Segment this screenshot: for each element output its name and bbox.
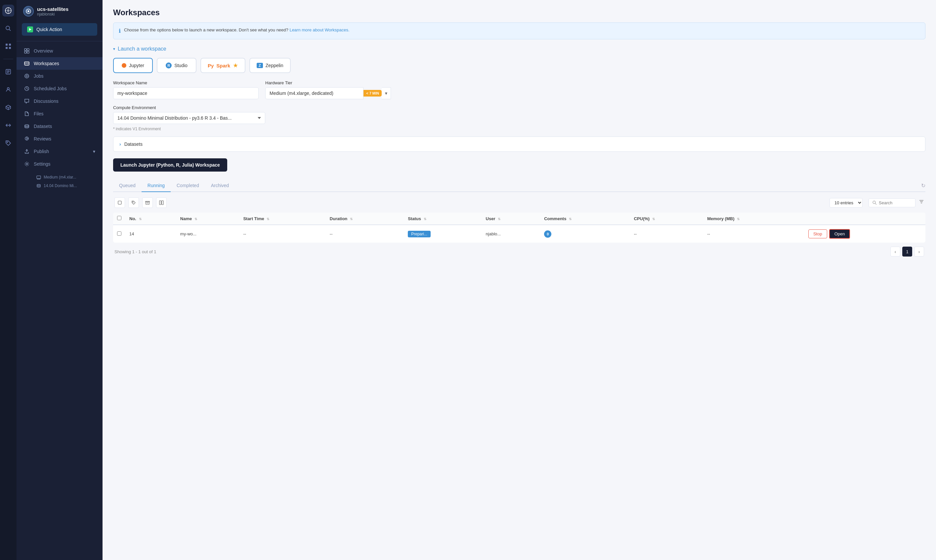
toolbar-tag-icon[interactable]	[128, 197, 139, 208]
icon-bar-divider	[3, 59, 13, 59]
refresh-icon[interactable]: ↻	[921, 183, 925, 189]
svg-rect-11	[9, 47, 11, 49]
tab-completed[interactable]: Completed	[171, 180, 205, 192]
icon-bar-home[interactable]	[2, 5, 14, 17]
table-col-cpu: CPU(%) ⇅	[630, 212, 703, 225]
icon-bar	[0, 0, 17, 560]
tab-archived[interactable]: Archived	[205, 180, 235, 192]
row-actions: Stop Open	[806, 225, 925, 243]
svg-point-43	[25, 125, 29, 126]
comments-badge: 0	[544, 231, 551, 238]
sidebar-item-publish[interactable]: Publish ▾	[17, 145, 103, 158]
sidebar-sub-compute-label: 14.04 Domino Mi...	[44, 183, 77, 188]
workspace-form-row: Workspace Name Hardware Tier Medium (m4.…	[113, 80, 925, 99]
project-name: ucs-satellites	[37, 6, 68, 12]
icon-bar-note[interactable]	[2, 66, 14, 78]
datasets-label: Datasets	[124, 142, 143, 147]
workspace-type-jupyter[interactable]: Jupyter	[113, 58, 153, 73]
sidebar-item-overview[interactable]: Overview	[17, 45, 103, 57]
sidebar-publish-label: Publish	[34, 149, 89, 154]
datasets-collapsible[interactable]: › Datasets	[113, 137, 925, 152]
status-badge: Prepari...	[408, 231, 431, 237]
sidebar-item-discussions[interactable]: Discussions	[17, 95, 103, 108]
select-all-checkbox[interactable]	[117, 216, 122, 220]
tab-queued[interactable]: Queued	[113, 180, 142, 192]
icon-bar-box[interactable]	[2, 102, 14, 113]
hardware-dropdown-arrow[interactable]: ▾	[382, 87, 391, 99]
row-checkbox-cell	[113, 225, 125, 243]
icon-bar-search[interactable]	[2, 23, 14, 34]
page-title: Workspaces	[113, 8, 925, 17]
tab-running[interactable]: Running	[142, 180, 171, 192]
next-page-btn[interactable]: ›	[914, 247, 924, 257]
launch-section-header[interactable]: ▾ Launch a workspace	[113, 46, 925, 52]
sidebar-reviews-label: Reviews	[34, 136, 95, 142]
icon-bar-arrows[interactable]	[2, 119, 14, 131]
pagination: ‹ 1 ›	[890, 247, 924, 257]
table-col-checkbox	[113, 212, 125, 225]
icon-bar-tag[interactable]	[2, 137, 14, 149]
sidebar-sub-compute[interactable]: 14.04 Domino Mi...	[33, 182, 103, 190]
workspace-type-pyspark[interactable]: PySpark ★	[200, 58, 245, 73]
svg-rect-8	[6, 44, 8, 46]
sidebar-item-datasets[interactable]: Datasets	[17, 120, 103, 132]
svg-point-48	[26, 163, 28, 165]
workspace-name-group: Workspace Name	[113, 80, 259, 99]
info-banner-link[interactable]: Learn more about Workspaces.	[289, 28, 349, 32]
open-button[interactable]: Open	[829, 229, 850, 238]
workspace-type-zeppelin[interactable]: Z Zeppelin	[249, 58, 290, 73]
hardware-tier-select[interactable]: Medium (m4.xlarge, dedicated)	[265, 87, 363, 99]
quick-action-container: Quick Action	[22, 23, 97, 36]
info-banner-text: Choose from the options below to launch …	[124, 27, 349, 33]
sidebar-navigation: Overview Workspaces Jobs Scheduled Jobs	[17, 43, 103, 172]
table-col-actions	[806, 212, 925, 225]
overview-icon	[24, 48, 30, 54]
toolbar-stop-icon[interactable]	[114, 197, 125, 208]
sidebar-discussions-label: Discussions	[34, 98, 95, 104]
info-icon: ℹ	[119, 27, 121, 35]
row-checkbox[interactable]	[117, 231, 122, 236]
sidebar-item-settings[interactable]: Settings	[17, 158, 103, 170]
table-row: 14 my-wo... -- -- Prepari... njablo... 0…	[113, 225, 925, 243]
table-search-input[interactable]	[879, 200, 912, 205]
workspace-name-input[interactable]	[113, 87, 259, 99]
prev-page-btn[interactable]: ‹	[890, 247, 900, 257]
search-icon	[872, 200, 877, 205]
table-col-no: No. ⇅	[125, 212, 176, 225]
svg-rect-9	[9, 44, 11, 46]
entries-per-page-select[interactable]: 10 entries 25 entries 50 entries	[830, 198, 862, 208]
rstudio-r-icon: R	[166, 63, 172, 68]
svg-point-35	[26, 75, 28, 77]
publish-icon	[24, 148, 30, 154]
launch-workspace-button[interactable]: Launch Jupyter (Python, R, Julia) Worksp…	[113, 158, 227, 172]
filter-icon[interactable]	[919, 200, 924, 206]
main-content-area: Workspaces ℹ Choose from the options bel…	[103, 0, 936, 560]
showing-text: Showing 1 - 1 out of 1	[114, 249, 156, 254]
quick-action-button[interactable]: Quick Action	[22, 23, 97, 36]
workspace-type-rstudio[interactable]: R Studio	[157, 58, 197, 73]
svg-point-21	[7, 142, 8, 143]
sidebar-item-files[interactable]: Files	[17, 108, 103, 120]
sidebar-sub-hardware-label: Medium (m4.xlar...	[44, 175, 76, 180]
files-icon	[24, 111, 30, 117]
sidebar-item-reviews[interactable]: Reviews	[17, 132, 103, 145]
toolbar-archive-icon[interactable]	[142, 197, 153, 208]
sidebar-item-jobs[interactable]: Jobs	[17, 70, 103, 82]
icon-bar-people[interactable]	[2, 84, 14, 95]
svg-line-7	[9, 29, 11, 31]
compute-env-select[interactable]: 14.04 Domino Minimal Distribution - py3.…	[113, 112, 265, 124]
svg-rect-29	[25, 62, 29, 65]
sidebar-sub-items: Medium (m4.xlar... 14.04 Domino Mi...	[17, 172, 103, 191]
sidebar-item-workspaces[interactable]: Workspaces	[17, 57, 103, 70]
sidebar-item-scheduled-jobs[interactable]: Scheduled Jobs	[17, 82, 103, 95]
stop-button[interactable]: Stop	[808, 229, 827, 238]
icon-bar-grid[interactable]	[2, 40, 14, 52]
svg-point-53	[37, 185, 40, 185]
svg-point-60	[873, 201, 876, 204]
zeppelin-label: Zeppelin	[266, 63, 283, 68]
compute-env-label: Compute Environment	[113, 105, 925, 110]
sidebar-sub-hardware[interactable]: Medium (m4.xlar...	[33, 173, 103, 182]
page-1-btn[interactable]: 1	[902, 247, 912, 257]
toolbar-split-icon[interactable]	[156, 197, 167, 208]
svg-rect-10	[6, 47, 8, 49]
